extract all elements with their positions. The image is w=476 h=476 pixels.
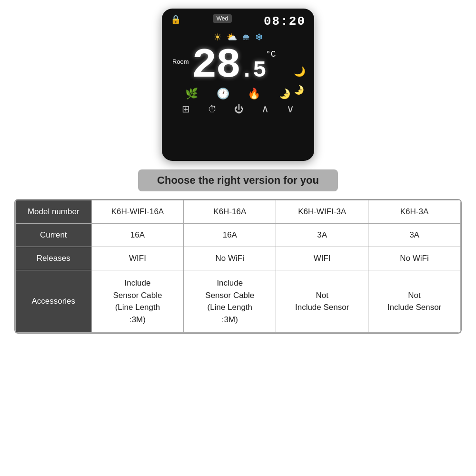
model-k6h-3a: K6H-3A xyxy=(368,200,461,224)
up-button[interactable]: ∧ xyxy=(261,103,269,115)
releases-16a: No WiFi xyxy=(184,247,276,270)
side-icons: 🌙 🌛 xyxy=(294,66,306,95)
table-header-row: Model number K6H-WIFI-16A K6H-16A K6H-WI… xyxy=(16,200,461,224)
accessories-wifi-3a: NotInclude Sensor xyxy=(276,270,368,333)
choose-version-text: Choose the right version for you xyxy=(157,174,319,186)
down-button[interactable]: ∨ xyxy=(287,103,294,115)
current-row: Current 16A 16A 3A 3A xyxy=(16,224,461,247)
clock-icon: 🕐 xyxy=(217,88,229,100)
temperature-display-row: Room 28.5 °C xyxy=(162,45,314,87)
timer-button[interactable]: ⏱ xyxy=(208,104,217,115)
weather-icons-row: ☀ ⛅ 🌧 ❄ xyxy=(213,31,263,43)
releases-label: Releases xyxy=(16,247,92,270)
temperature-value: 28.5 xyxy=(192,45,266,87)
releases-3a: No WiFi xyxy=(368,247,461,270)
lock-icon: 🔒 xyxy=(170,14,181,25)
sleep-icon: 🌛 xyxy=(279,88,291,99)
room-label: Room xyxy=(172,58,189,65)
model-k6h-wifi-3a: K6H-WIFI-3A xyxy=(276,200,368,224)
eco-icon: 🌿 xyxy=(185,88,198,100)
day-display: Wed xyxy=(213,14,232,23)
releases-row: Releases WIFI No WiFi WIFI No WiFi xyxy=(16,247,461,270)
accessories-row: Accessories IncludeSensor Cable(Line Len… xyxy=(16,270,461,333)
current-wifi-16a: 16A xyxy=(91,224,184,247)
thermostat-section: 🔒 Wed 08:20 ☀ ⛅ 🌧 ❄ Room 28.5 °C 🌙 🌛 🌿 🕐… xyxy=(162,9,314,161)
temperature-unit: °C xyxy=(266,50,276,59)
time-display: 08:20 xyxy=(264,14,306,29)
comparison-table: Model number K6H-WIFI-16A K6H-16A K6H-WI… xyxy=(15,200,461,333)
comparison-table-wrapper: Model number K6H-WIFI-16A K6H-16A K6H-WI… xyxy=(14,199,462,334)
current-16a: 16A xyxy=(184,224,276,247)
flame-icon: 🔥 xyxy=(248,88,260,100)
cloud-icon: ⛅ xyxy=(227,32,237,42)
accessories-3a: NotInclude Sensor xyxy=(368,270,461,333)
choose-version-banner: Choose the right version for you xyxy=(138,169,338,191)
moon-star-icon: 🌛 xyxy=(294,85,306,95)
thermostat-middle-row: 🌿 🕐 🔥 🌛 xyxy=(162,88,314,100)
model-number-label: Model number xyxy=(16,200,92,224)
power-button[interactable]: ⏻ xyxy=(234,104,244,115)
thermostat-bottom-row: ⊞ ⏱ ⏻ ∧ ∨ xyxy=(162,100,314,115)
thermostat-top-row: 🔒 Wed 08:20 xyxy=(162,9,314,29)
snowflake-icon: ❄ xyxy=(255,31,263,43)
current-3a: 3A xyxy=(368,224,461,247)
rain-icon: 🌧 xyxy=(242,32,250,42)
current-wifi-3a: 3A xyxy=(276,224,368,247)
releases-wifi-3a: WIFI xyxy=(276,247,368,270)
menu-button[interactable]: ⊞ xyxy=(182,103,190,115)
accessories-wifi-16a: IncludeSensor Cable(Line Length:3M) xyxy=(91,270,184,333)
model-k6h-wifi-16a: K6H-WIFI-16A xyxy=(91,200,184,224)
current-label: Current xyxy=(16,224,92,247)
accessories-label: Accessories xyxy=(16,270,92,333)
releases-wifi-16a: WIFI xyxy=(91,247,184,270)
accessories-16a: IncludeSensor Cable(Line Length:3M) xyxy=(184,270,276,333)
moon-icon: 🌙 xyxy=(294,66,306,77)
model-k6h-16a: K6H-16A xyxy=(184,200,276,224)
sun-icon: ☀ xyxy=(213,31,222,43)
thermostat-device: 🔒 Wed 08:20 ☀ ⛅ 🌧 ❄ Room 28.5 °C 🌙 🌛 🌿 🕐… xyxy=(162,9,314,161)
